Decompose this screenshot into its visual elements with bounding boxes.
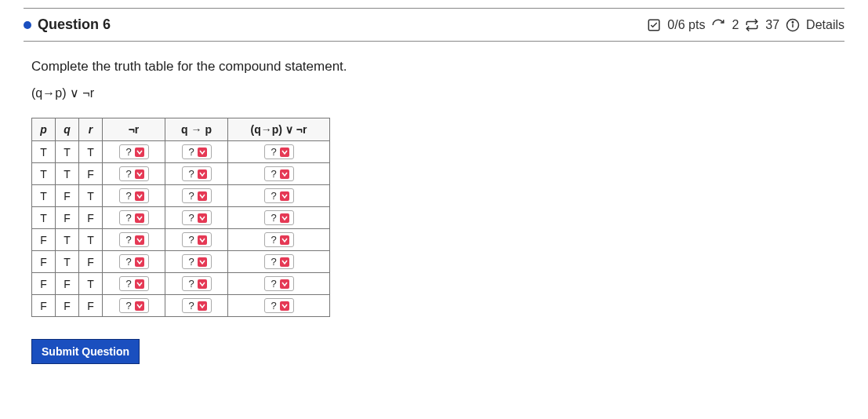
col-not-r: ¬r — [103, 118, 165, 141]
cell-p: F — [32, 229, 56, 251]
chevron-down-icon — [135, 301, 144, 311]
score-text: 0/6 pts — [667, 18, 705, 32]
select-value: ? — [188, 212, 194, 224]
chevron-down-icon — [280, 169, 289, 179]
truth-select[interactable]: ? — [182, 210, 212, 225]
cell-result: ? — [228, 207, 330, 229]
cell-q-implies-p: ? — [165, 185, 228, 207]
question-title-wrap: Question 6 — [24, 16, 111, 33]
truth-select[interactable]: ? — [182, 276, 212, 291]
truth-select[interactable]: ? — [119, 188, 149, 203]
select-value: ? — [125, 190, 131, 202]
attempts-text: 2 — [732, 18, 739, 32]
checkbox-icon — [647, 18, 661, 32]
truth-select[interactable]: ? — [264, 276, 294, 291]
tries-text: 37 — [765, 18, 779, 32]
cell-p: T — [32, 163, 56, 185]
chevron-down-icon — [198, 213, 207, 223]
table-header-row: p q r ¬r q → p (q→p) ∨ ¬r — [32, 118, 330, 141]
truth-select[interactable]: ? — [119, 254, 149, 269]
chevron-down-icon — [280, 191, 289, 201]
cell-q: F — [56, 207, 79, 229]
col-result: (q→p) ∨ ¬r — [228, 118, 330, 141]
truth-select[interactable]: ? — [119, 210, 149, 225]
select-value: ? — [188, 168, 194, 180]
chevron-down-icon — [198, 148, 207, 157]
submit-button[interactable]: Submit Question — [31, 339, 140, 364]
truth-select[interactable]: ? — [119, 276, 149, 291]
truth-select[interactable]: ? — [264, 254, 294, 269]
cell-not-r: ? — [103, 251, 165, 273]
cell-r: T — [79, 141, 103, 163]
cell-q: F — [56, 273, 79, 295]
cell-q: F — [56, 295, 79, 317]
truth-select[interactable]: ? — [182, 166, 212, 181]
truth-select[interactable]: ? — [182, 254, 212, 269]
truth-select[interactable]: ? — [264, 298, 294, 313]
truth-select[interactable]: ? — [119, 144, 149, 159]
table-row: TTF??? — [32, 163, 330, 185]
expression-text: (q→p) ∨ ¬r — [31, 86, 844, 100]
retry-icon — [711, 18, 725, 32]
truth-select[interactable]: ? — [264, 232, 294, 247]
cell-result: ? — [228, 229, 330, 251]
cell-not-r: ? — [103, 295, 165, 317]
question-meta: 0/6 pts 2 37 Details — [647, 18, 844, 32]
truth-select[interactable]: ? — [119, 298, 149, 313]
cell-not-r: ? — [103, 141, 165, 163]
question-header: Question 6 0/6 pts 2 37 Details — [24, 8, 844, 42]
info-icon[interactable] — [786, 18, 800, 32]
chevron-down-icon — [135, 148, 144, 157]
question-content: Complete the truth table for the compoun… — [24, 59, 844, 364]
cell-q-implies-p: ? — [165, 273, 228, 295]
select-value: ? — [125, 168, 131, 180]
col-q-implies-p: q → p — [165, 118, 228, 141]
select-value: ? — [125, 278, 131, 290]
cell-not-r: ? — [103, 163, 165, 185]
select-value: ? — [271, 256, 276, 268]
select-value: ? — [188, 256, 194, 268]
cell-result: ? — [228, 251, 330, 273]
truth-select[interactable]: ? — [182, 298, 212, 313]
cell-r: T — [79, 185, 103, 207]
select-value: ? — [271, 212, 276, 224]
select-value: ? — [188, 190, 194, 202]
question-title: Question 6 — [38, 16, 111, 33]
truth-select[interactable]: ? — [119, 232, 149, 247]
table-row: TTT??? — [32, 141, 330, 163]
chevron-down-icon — [280, 257, 289, 267]
table-row: FTT??? — [32, 229, 330, 251]
cell-r: F — [79, 251, 103, 273]
cell-q: T — [56, 141, 79, 163]
chevron-down-icon — [198, 169, 207, 179]
chevron-down-icon — [280, 148, 289, 157]
truth-select[interactable]: ? — [182, 188, 212, 203]
select-value: ? — [188, 234, 194, 246]
truth-select[interactable]: ? — [264, 144, 294, 159]
chevron-down-icon — [280, 301, 289, 311]
cell-q: T — [56, 251, 79, 273]
details-link[interactable]: Details — [806, 18, 844, 32]
truth-select[interactable]: ? — [119, 166, 149, 181]
truth-select[interactable]: ? — [264, 188, 294, 203]
truth-select[interactable]: ? — [182, 232, 212, 247]
cell-result: ? — [228, 185, 330, 207]
chevron-down-icon — [198, 191, 207, 201]
col-q: q — [56, 118, 79, 141]
select-value: ? — [125, 234, 131, 246]
cell-p: T — [32, 141, 56, 163]
cell-result: ? — [228, 141, 330, 163]
truth-select[interactable]: ? — [182, 144, 212, 159]
table-row: TFF??? — [32, 207, 330, 229]
cell-r: F — [79, 295, 103, 317]
truth-select[interactable]: ? — [264, 210, 294, 225]
cell-q: T — [56, 163, 79, 185]
cell-r: T — [79, 273, 103, 295]
truth-select[interactable]: ? — [264, 166, 294, 181]
select-value: ? — [188, 278, 194, 290]
col-r: r — [79, 118, 103, 141]
cell-q: F — [56, 185, 79, 207]
cell-not-r: ? — [103, 185, 165, 207]
cell-q-implies-p: ? — [165, 295, 228, 317]
chevron-down-icon — [135, 169, 144, 179]
